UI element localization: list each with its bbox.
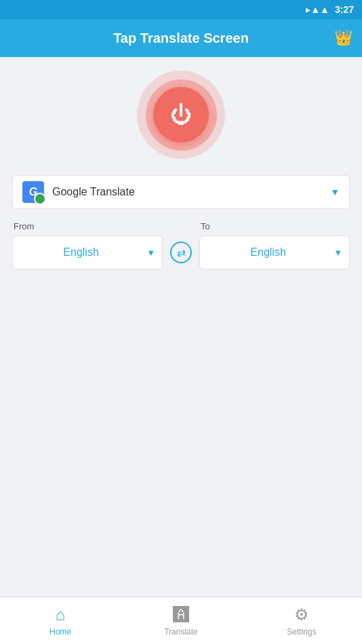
power-button-middle: ⏻ [146,79,217,151]
to-language-value: English [207,246,329,259]
translate-label: Translate [164,627,198,637]
to-label: To [199,221,350,231]
translate-icon: 🅰 [173,605,189,624]
google-translate-icon: G [22,181,44,203]
to-language-dropdown[interactable]: English ▼ [199,235,350,269]
swap-col: ⇄ [163,235,199,269]
nav-settings[interactable]: ⚙ Settings [241,597,362,644]
from-label: From [12,221,163,231]
power-button[interactable]: ⏻ [153,87,209,143]
settings-icon: ⚙ [294,605,309,624]
nav-translate[interactable]: 🅰 Translate [121,597,241,644]
from-language-value: English [20,246,142,259]
app-title: Tap Translate Screen [113,31,249,46]
status-time: 3:27 [335,4,354,15]
main-content: ⏻ G Google Translate ▼ From English ▼ ⇄ [0,57,362,596]
translator-dropdown[interactable]: G Google Translate ▼ [12,175,350,209]
language-from-col: From English ▼ [12,221,163,269]
status-bar: ▸▲▲ 3:27 [0,0,362,19]
bottom-nav: ⌂ Home 🅰 Translate ⚙ Settings [0,596,362,644]
home-icon: ⌂ [56,605,66,624]
translator-dropdown-arrow: ▼ [330,187,340,197]
power-button-outer: ⏻ [137,71,225,159]
swap-button[interactable]: ⇄ [166,235,196,269]
from-language-dropdown[interactable]: English ▼ [12,235,163,269]
crown-icon[interactable]: 👑 [334,29,353,47]
nav-home[interactable]: ⌂ Home [0,597,121,644]
power-icon: ⏻ [170,104,192,126]
home-label: Home [49,627,71,637]
wifi-icon: ▸▲▲ [306,4,329,15]
language-row: From English ▼ ⇄ To English ▼ [12,221,350,269]
to-dropdown-arrow: ▼ [334,248,342,258]
from-dropdown-arrow: ▼ [146,248,155,258]
settings-label: Settings [287,627,316,637]
swap-icon: ⇄ [170,242,192,263]
translator-label: Google Translate [52,186,330,198]
language-to-col: To English ▼ [199,221,350,269]
app-header: Tap Translate Screen 👑 [0,19,362,57]
